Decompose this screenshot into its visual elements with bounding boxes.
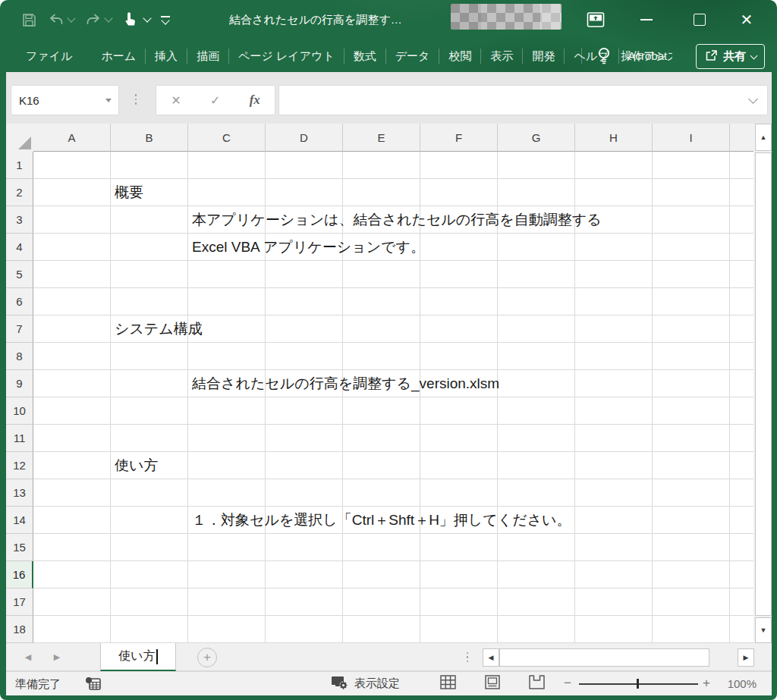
ribbon-display-options-button[interactable] xyxy=(580,0,611,39)
scroll-up-button[interactable]: ▲ xyxy=(755,124,772,151)
row-header-9[interactable]: 9 xyxy=(6,370,33,397)
row-header-4[interactable]: 4 xyxy=(6,234,33,261)
share-dropdown-icon xyxy=(750,52,758,59)
cell-C3[interactable]: 本アプリケーションは、結合されたセルの行高を自動調整する xyxy=(192,206,602,234)
row-header-5[interactable]: 5 xyxy=(6,261,33,288)
row-header-15[interactable]: 15 xyxy=(6,534,33,561)
action-assistant-label[interactable]: 操作アシス xyxy=(621,39,672,72)
vertical-scrollbar[interactable]: ▲ ▼ xyxy=(755,124,772,643)
formula-bar[interactable] xyxy=(278,85,768,115)
column-header-E[interactable]: E xyxy=(343,124,420,152)
ribbon-tab-7[interactable]: 校閲 xyxy=(439,39,480,72)
prev-sheet-button[interactable]: ◀ xyxy=(17,643,39,671)
select-all-corner[interactable] xyxy=(6,124,34,152)
enter-icon[interactable]: ✓ xyxy=(210,93,220,108)
column-header-C[interactable]: C xyxy=(188,124,266,152)
column-header-I[interactable]: I xyxy=(653,124,730,152)
cancel-icon[interactable]: ✕ xyxy=(171,93,181,108)
page-layout-view-icon[interactable] xyxy=(485,675,500,692)
column-header-A[interactable]: A xyxy=(33,124,111,152)
ribbon-tab-1[interactable]: ホーム xyxy=(92,39,145,72)
column-headers: ABCDEFGHI xyxy=(33,124,753,152)
row-header-13[interactable]: 13 xyxy=(6,479,33,507)
touch-mouse-mode-icon[interactable] xyxy=(122,11,137,29)
insert-function-icon[interactable]: fx xyxy=(250,93,260,108)
row-header-18[interactable]: 18 xyxy=(6,616,33,643)
name-box[interactable]: K16 xyxy=(11,85,119,115)
name-box-dropdown-icon[interactable] xyxy=(105,99,112,102)
formula-bar-expand-icon[interactable] xyxy=(748,94,758,104)
row-header-10[interactable]: 10 xyxy=(6,397,33,425)
row-header-11[interactable]: 11 xyxy=(6,425,33,452)
tell-me-lightbulb-icon[interactable] xyxy=(596,46,612,69)
ribbon-tab-9[interactable]: 開発 xyxy=(523,39,564,72)
display-settings[interactable]: 表示設定 xyxy=(331,672,400,695)
page-break-preview-icon[interactable] xyxy=(529,675,545,692)
row-header-14[interactable]: 14 xyxy=(6,507,33,534)
ribbon-tab-8[interactable]: 表示 xyxy=(481,39,522,72)
sheet-tab-bar: ◀ ▶ 使い方 + ◀ ▶ xyxy=(6,643,772,671)
macro-record-icon[interactable] xyxy=(85,676,102,694)
display-settings-icon xyxy=(331,675,349,692)
column-header-G[interactable]: G xyxy=(498,124,575,152)
cell-B2[interactable]: 概要 xyxy=(115,179,143,206)
ribbon-tab-5[interactable]: 数式 xyxy=(344,39,385,72)
formula-strip: K16 ✕ ✓ fx xyxy=(0,72,777,124)
column-header-B[interactable]: B xyxy=(111,124,188,152)
tab-bar-drag-dots[interactable] xyxy=(464,643,470,671)
column-header-partial[interactable] xyxy=(730,124,753,152)
row-header-6[interactable]: 6 xyxy=(6,288,33,315)
normal-view-icon[interactable] xyxy=(440,675,456,692)
ribbon-tab-3[interactable]: 描画 xyxy=(187,39,228,72)
row-header-12[interactable]: 12 xyxy=(6,452,33,479)
cell-C4[interactable]: Excel VBA アプリケーションです。 xyxy=(192,234,425,261)
undo-dropdown-icon[interactable] xyxy=(67,14,75,22)
share-button[interactable]: 共有 xyxy=(696,44,765,69)
next-sheet-button[interactable]: ▶ xyxy=(46,643,68,671)
scroll-right-button[interactable]: ▶ xyxy=(738,648,754,667)
zoom-in-button[interactable]: + xyxy=(703,672,710,695)
vertical-scrollbar-thumb[interactable] xyxy=(755,152,772,616)
add-sheet-button[interactable]: + xyxy=(197,648,217,667)
row-header-17[interactable]: 17 xyxy=(6,589,33,616)
zoom-out-button[interactable]: − xyxy=(564,672,571,695)
ribbon-tab-0[interactable]: ファイル xyxy=(15,39,83,72)
close-button[interactable]: ✕ xyxy=(731,0,762,39)
sheet-tab-active[interactable]: 使い方 xyxy=(100,643,176,671)
cell-C14[interactable]: １．対象セルを選択し「Ctrl＋Shft＋H」押してください。 xyxy=(192,507,571,534)
cell-C9[interactable]: 結合されたセルの行高を調整する_version.xlsm xyxy=(192,370,499,397)
zoom-slider-handle[interactable] xyxy=(637,679,639,689)
zoom-level-label[interactable]: 100% xyxy=(728,672,757,695)
excel-window: 結合されたセルの行高を調整す… ✕ ファイルホーム挿入描画ページ レイアウト数式… xyxy=(0,0,777,700)
redo-icon[interactable] xyxy=(85,12,102,27)
row-header-1[interactable]: 1 xyxy=(6,152,33,179)
scroll-left-button[interactable]: ◀ xyxy=(483,648,499,667)
rename-text-cursor xyxy=(156,649,158,664)
minimize-button[interactable] xyxy=(631,0,662,39)
save-icon[interactable] xyxy=(21,12,37,28)
cell-B12[interactable]: 使い方 xyxy=(115,452,158,479)
touch-mode-dropdown-icon[interactable] xyxy=(143,14,151,22)
horizontal-scrollbar-thumb[interactable] xyxy=(499,648,709,667)
scroll-down-button[interactable]: ▼ xyxy=(755,617,772,643)
zoom-slider-track[interactable] xyxy=(579,683,698,685)
row-header-16[interactable]: 16 xyxy=(6,561,33,589)
cell-grid[interactable]: 概要本アプリケーションは、結合されたセルの行高を自動調整するExcel VBA … xyxy=(33,152,753,643)
undo-icon[interactable] xyxy=(48,12,64,27)
ribbon-tab-4[interactable]: ページ レイアウト xyxy=(229,39,344,72)
cell-B7[interactable]: システム構成 xyxy=(115,315,203,343)
customize-qat-icon[interactable] xyxy=(161,16,170,24)
column-header-D[interactable]: D xyxy=(266,124,343,152)
row-header-3[interactable]: 3 xyxy=(6,206,33,234)
column-header-F[interactable]: F xyxy=(420,124,498,152)
redo-dropdown-icon[interactable] xyxy=(104,14,112,22)
select-all-triangle-icon xyxy=(18,137,31,149)
maximize-button[interactable] xyxy=(684,0,715,39)
ribbon-tab-2[interactable]: 挿入 xyxy=(146,39,187,72)
row-header-2[interactable]: 2 xyxy=(6,179,33,206)
ribbon-tab-6[interactable]: データ xyxy=(386,39,439,72)
column-header-H[interactable]: H xyxy=(575,124,653,152)
formula-bar-drag-dots[interactable] xyxy=(133,85,139,114)
row-header-7[interactable]: 7 xyxy=(6,315,33,343)
row-header-8[interactable]: 8 xyxy=(6,343,33,370)
